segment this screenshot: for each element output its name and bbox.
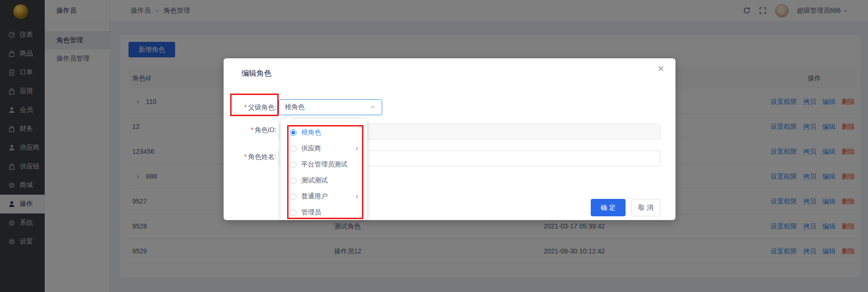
confirm-button[interactable]: 确 定 — [591, 199, 626, 216]
role-id-label: *角色ID: — [233, 125, 276, 134]
parent-role-dropdown: 根角色供应商平台管理员测试测试测试普通用户管理员 — [281, 119, 367, 220]
option-label: 普通用户 — [301, 192, 328, 201]
close-icon[interactable]: × — [658, 63, 664, 74]
radio-icon — [290, 129, 297, 136]
parent-role-label: *父级角色: — [233, 103, 276, 112]
option-label: 测试测试 — [301, 176, 328, 185]
radio-icon — [290, 193, 297, 200]
chevron-up-icon — [370, 104, 376, 110]
option-label: 管理员 — [301, 208, 321, 217]
select-value: 根角色 — [285, 103, 370, 111]
chevron-right-icon — [354, 146, 360, 151]
parent-role-select[interactable]: 根角色 — [279, 99, 382, 115]
app-root: 仪表商品订单应用会员财务供应商供应链商城操作系统设置 操作员 角色管理操作员管理… — [0, 0, 868, 292]
dropdown-option-4[interactable]: 普通用户 — [281, 189, 367, 205]
dropdown-option-1[interactable]: 供应商 — [281, 141, 367, 157]
modal-title: 编辑角色 — [241, 69, 272, 79]
cancel-button[interactable]: 取 消 — [631, 199, 660, 216]
option-label: 供应商 — [301, 144, 321, 153]
radio-icon — [290, 209, 297, 216]
role-name-label: *角色姓名: — [233, 152, 276, 161]
radio-icon — [290, 161, 297, 168]
radio-icon — [290, 177, 297, 184]
dropdown-option-5[interactable]: 管理员 — [281, 205, 367, 221]
chevron-right-icon — [354, 194, 360, 199]
required-asterisk: * — [244, 103, 247, 111]
dropdown-option-3[interactable]: 测试测试 — [281, 173, 367, 189]
radio-icon — [290, 145, 297, 152]
dropdown-option-2[interactable]: 平台管理员测试 — [281, 157, 367, 173]
option-label: 平台管理员测试 — [301, 160, 347, 169]
dropdown-option-0[interactable]: 根角色 — [281, 125, 367, 141]
dropdown-options: 根角色供应商平台管理员测试测试测试普通用户管理员 — [281, 125, 367, 221]
option-label: 根角色 — [301, 128, 321, 137]
